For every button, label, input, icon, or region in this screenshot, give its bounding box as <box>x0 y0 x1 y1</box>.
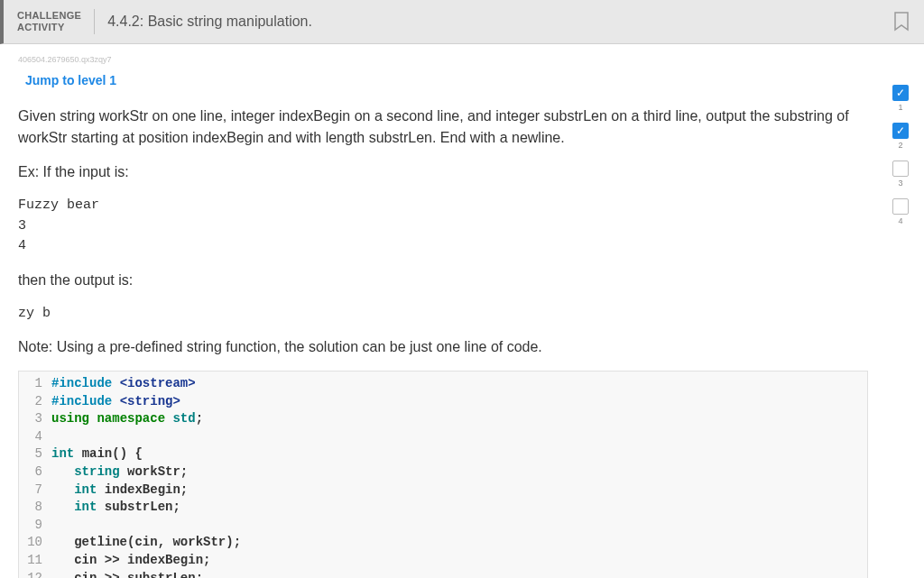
code-editor[interactable]: 1#include <iostream>2#include <string>3u… <box>18 371 868 578</box>
code-line[interactable]: 8 int substrLen; <box>19 499 867 517</box>
trace-id: 406504.2679650.qx3zqy7 <box>18 55 868 64</box>
code-line[interactable]: 7 int indexBegin; <box>19 482 867 500</box>
line-number: 4 <box>26 428 51 446</box>
check-icon: ✓ <box>896 87 905 99</box>
check-icon: ✓ <box>896 124 905 137</box>
line-number: 12 <box>26 570 51 578</box>
code-line[interactable]: 9 <box>19 517 867 535</box>
line-content: getline(cin, workStr); <box>51 534 241 552</box>
code-line[interactable]: 1#include <iostream> <box>19 375 867 393</box>
progress-item[interactable]: ✓1 <box>892 85 909 112</box>
line-number: 7 <box>26 482 51 500</box>
line-number: 5 <box>26 445 51 463</box>
line-content: cin >> indexBegin; <box>51 552 210 570</box>
code-line[interactable]: 2#include <string> <box>19 393 867 411</box>
code-line[interactable]: 6 string workStr; <box>19 463 867 482</box>
line-number: 3 <box>26 410 51 428</box>
challenge-header: CHALLENGE ACTIVITY 4.4.2: Basic string m… <box>0 0 924 44</box>
progress-number: 1 <box>898 103 902 112</box>
progress-number: 2 <box>898 141 902 150</box>
progress-number: 4 <box>898 216 902 225</box>
line-number: 2 <box>26 393 51 411</box>
code-line[interactable]: 4 <box>19 428 867 446</box>
output-example: zy b <box>18 304 868 325</box>
line-number: 10 <box>26 534 51 552</box>
line-number: 8 <box>26 499 51 517</box>
code-line[interactable]: 3using namespace std; <box>19 410 867 428</box>
progress-item[interactable]: 4 <box>892 198 909 225</box>
line-content: #include <string> <box>51 393 180 411</box>
line-number: 9 <box>26 517 51 535</box>
line-content: int substrLen; <box>51 499 180 517</box>
line-content: int indexBegin; <box>51 482 188 500</box>
header-label-line2: ACTIVITY <box>17 22 81 33</box>
progress-checked-icon[interactable]: ✓ <box>892 123 909 139</box>
progress-item[interactable]: ✓2 <box>892 123 909 150</box>
code-line[interactable]: 10 getline(cin, workStr); <box>19 534 867 552</box>
progress-unchecked-icon[interactable] <box>892 198 909 215</box>
jump-link[interactable]: Jump to level 1 <box>18 73 868 87</box>
header-label-block: CHALLENGE ACTIVITY <box>17 10 81 33</box>
header-divider <box>94 9 95 34</box>
content-area: 406504.2679650.qx3zqy7 Jump to level 1 G… <box>0 44 924 578</box>
line-content: cin >> substrLen: <box>51 570 203 578</box>
progress-number: 3 <box>898 179 902 188</box>
bookmark-icon[interactable] <box>892 11 910 32</box>
code-line[interactable]: 11 cin >> indexBegin; <box>19 552 867 570</box>
input-example: Fuzzy bear 3 4 <box>18 196 868 257</box>
then-label: then the output is: <box>18 270 868 291</box>
header-title: 4.4.2: Basic string manipulation. <box>107 14 312 30</box>
line-number: 11 <box>26 552 51 570</box>
line-content: #include <iostream> <box>51 375 196 393</box>
example-label: Ex: If the input is: <box>18 161 868 183</box>
instruction-main: Given string workStr on one line, intege… <box>18 106 868 149</box>
instruction-note: Note: Using a pre-defined string functio… <box>18 336 868 358</box>
line-number: 1 <box>26 375 51 393</box>
header-label-line1: CHALLENGE <box>17 10 81 22</box>
code-line[interactable]: 5int main() { <box>19 445 867 463</box>
line-content: int main() { <box>51 445 143 463</box>
progress-checked-icon[interactable]: ✓ <box>892 85 909 101</box>
progress-sidebar: ✓1✓234 <box>886 44 924 578</box>
line-content: string workStr; <box>51 463 188 482</box>
main-content: 406504.2679650.qx3zqy7 Jump to level 1 G… <box>0 44 886 578</box>
line-number: 6 <box>26 463 51 482</box>
code-line[interactable]: 12 cin >> substrLen: <box>19 570 867 578</box>
progress-unchecked-icon[interactable] <box>892 161 909 177</box>
line-content: using namespace std; <box>51 410 203 428</box>
progress-item[interactable]: 3 <box>892 161 909 188</box>
